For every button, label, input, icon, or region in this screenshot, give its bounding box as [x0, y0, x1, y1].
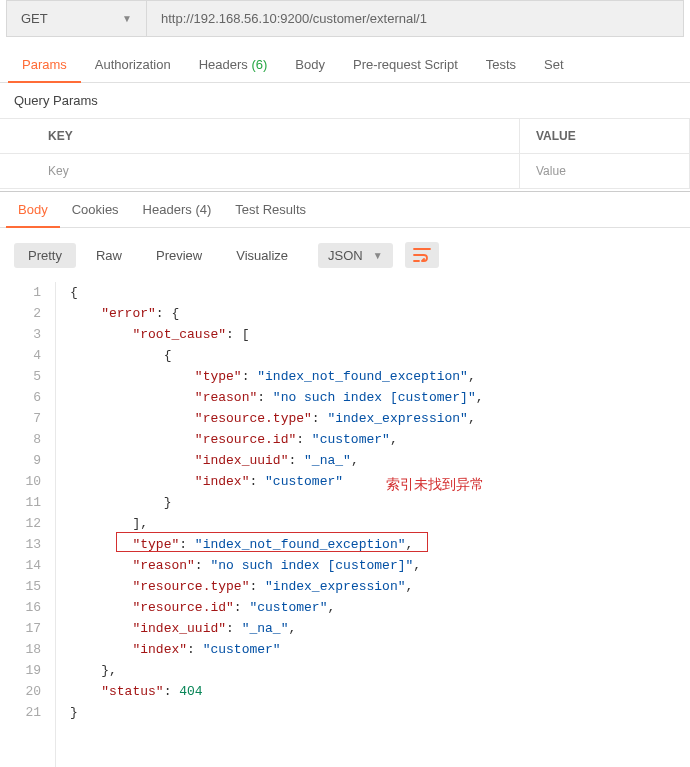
highlight-box	[116, 532, 428, 552]
table-row[interactable]: Key Value	[0, 154, 690, 189]
tab-headers[interactable]: Headers (6)	[185, 47, 282, 82]
response-toolbar: Pretty Raw Preview Visualize JSON ▼	[0, 228, 690, 282]
tab-authorization[interactable]: Authorization	[81, 47, 185, 82]
query-params-title: Query Params	[0, 83, 690, 118]
col-value: VALUE	[520, 119, 690, 154]
col-key: KEY	[0, 119, 520, 154]
tab-body[interactable]: Body	[281, 47, 339, 82]
tab-prerequest[interactable]: Pre-request Script	[339, 47, 472, 82]
format-dropdown[interactable]: JSON ▼	[318, 243, 393, 268]
preview-button[interactable]: Preview	[142, 243, 216, 268]
http-method-label: GET	[21, 11, 48, 26]
tab-tests[interactable]: Tests	[472, 47, 530, 82]
resp-tab-cookies[interactable]: Cookies	[60, 192, 131, 227]
chevron-down-icon: ▼	[122, 13, 132, 24]
wrap-lines-button[interactable]	[405, 242, 439, 268]
value-input[interactable]: Value	[520, 154, 690, 189]
raw-button[interactable]: Raw	[82, 243, 136, 268]
visualize-button[interactable]: Visualize	[222, 243, 302, 268]
url-input[interactable]	[147, 1, 683, 36]
request-row: GET ▼	[6, 0, 684, 37]
annotation-text: 索引未找到异常	[386, 474, 484, 495]
tab-settings[interactable]: Set	[530, 47, 578, 82]
query-params-table: KEY VALUE Key Value	[0, 118, 690, 189]
resp-tab-testresults[interactable]: Test Results	[223, 192, 318, 227]
resp-tab-headers[interactable]: Headers (4)	[131, 192, 224, 227]
response-tabs: Body Cookies Headers (4) Test Results	[0, 191, 690, 228]
key-input[interactable]: Key	[0, 154, 520, 189]
wrap-icon	[413, 248, 431, 262]
http-method-dropdown[interactable]: GET ▼	[7, 1, 147, 36]
request-tabs: Params Authorization Headers (6) Body Pr…	[0, 47, 690, 83]
json-code[interactable]: { "error": { "root_cause": [ { "type": "…	[56, 282, 690, 767]
format-label: JSON	[328, 248, 363, 263]
chevron-down-icon: ▼	[373, 250, 383, 261]
response-body: 123456789101112131415161718192021 { "err…	[0, 282, 690, 767]
tab-params[interactable]: Params	[8, 47, 81, 82]
resp-tab-body[interactable]: Body	[6, 192, 60, 227]
table-header-row: KEY VALUE	[0, 119, 690, 154]
pretty-button[interactable]: Pretty	[14, 243, 76, 268]
line-gutter: 123456789101112131415161718192021	[0, 282, 56, 767]
